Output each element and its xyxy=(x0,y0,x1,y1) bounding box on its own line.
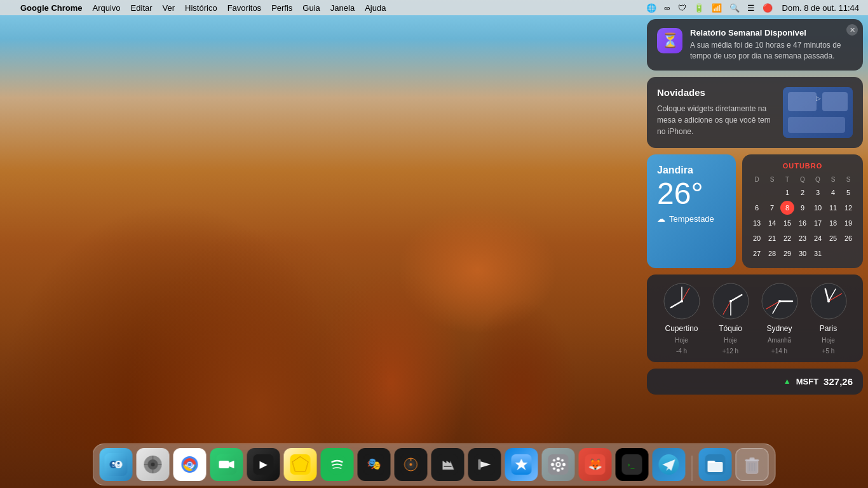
menu-arquivo[interactable]: Arquivo xyxy=(88,0,126,15)
cal-day-23[interactable]: 23 xyxy=(796,231,810,245)
menu-guia[interactable]: Guia xyxy=(297,0,325,15)
novidades-title: Novidades xyxy=(657,87,775,98)
cal-day-14[interactable]: 14 xyxy=(765,216,779,230)
dock-spotify[interactable] xyxy=(321,448,354,481)
menu-ajuda[interactable]: Ajuda xyxy=(360,0,391,15)
cal-day-1[interactable]: 1 xyxy=(780,186,794,200)
cal-day-18[interactable]: 18 xyxy=(826,216,840,230)
cal-day-22[interactable]: 22 xyxy=(780,231,794,245)
novidades-text: Novidades Coloque widgets diretamente na… xyxy=(657,87,775,138)
menubar: Google Chrome Arquivo Editar Ver Históri… xyxy=(0,0,868,15)
analog-clock-tokyo xyxy=(712,282,750,320)
cal-day-26[interactable]: 26 xyxy=(841,231,855,245)
logicpro-icon xyxy=(438,454,458,475)
wifi-icon[interactable]: 📶 xyxy=(710,3,724,13)
spotify-icon xyxy=(327,454,348,475)
cal-day-4[interactable]: 4 xyxy=(826,186,840,200)
dock-chrome[interactable] xyxy=(173,448,207,481)
cal-day-13[interactable]: 13 xyxy=(750,216,764,230)
dock-telegram[interactable] xyxy=(653,448,686,481)
svg-point-9 xyxy=(729,300,732,302)
app-name[interactable]: Google Chrome xyxy=(15,0,88,15)
cal-day-6[interactable]: 6 xyxy=(750,201,764,215)
cal-day-9[interactable]: 9 xyxy=(796,201,810,215)
menu-favoritos[interactable]: Favoritos xyxy=(222,0,266,15)
dock-sketch[interactable] xyxy=(284,448,317,481)
menu-editar[interactable]: Editar xyxy=(126,0,158,15)
cal-day-7[interactable]: 7 xyxy=(765,201,779,215)
cal-day-15[interactable]: 15 xyxy=(780,216,794,230)
globe-icon[interactable]: 🌐 xyxy=(644,3,658,13)
garageband-icon xyxy=(401,454,421,475)
facetime-icon xyxy=(217,454,237,475)
calendar-widget[interactable]: OUTUBRO D S T Q Q S S 1 2 3 4 xyxy=(742,154,863,268)
cal-day-3[interactable]: 3 xyxy=(811,186,825,200)
svg-point-70 xyxy=(553,468,555,470)
weather-condition: ☁ Tempestade xyxy=(657,214,726,224)
svg-text:🎭: 🎭 xyxy=(367,457,382,471)
dock-appletv[interactable]: ▶ xyxy=(247,448,280,481)
clock-tokyo: Tóquio Hoje +12 h xyxy=(712,282,750,355)
cal-day-16[interactable]: 16 xyxy=(796,216,810,230)
reeder-icon: 🦊 xyxy=(585,454,606,475)
dock-finalcut[interactable] xyxy=(468,448,501,481)
stock-up-arrow-icon: ▲ xyxy=(783,377,791,386)
menu-historico[interactable]: Histórico xyxy=(180,0,222,15)
cal-day-20[interactable]: 20 xyxy=(750,231,764,245)
svg-point-64 xyxy=(557,458,560,461)
dock-finder[interactable] xyxy=(100,448,133,481)
cal-day-19[interactable]: 19 xyxy=(841,216,855,230)
cal-day-8-today[interactable]: 8 xyxy=(780,201,794,215)
notifcenter-icon[interactable]: 🔴 xyxy=(761,3,775,13)
close-button[interactable]: ✕ xyxy=(846,24,858,36)
cal-day-24[interactable]: 24 xyxy=(811,231,825,245)
apple-menu[interactable] xyxy=(5,0,15,15)
screentime-text: Relatório Semanal Disponível A sua média… xyxy=(690,28,853,62)
svg-rect-78 xyxy=(708,462,723,472)
infinity-icon[interactable]: ∞ xyxy=(662,3,672,13)
menu-perfis[interactable]: Perfis xyxy=(266,0,297,15)
menu-ver[interactable]: Ver xyxy=(158,0,180,15)
telegram-icon xyxy=(659,454,679,475)
dock-garageband[interactable] xyxy=(395,448,428,481)
clocks-widget: Cupertino Hoje -4 h Tóquio Hoje +12 h xyxy=(647,274,863,362)
dock-appstore[interactable] xyxy=(505,448,538,481)
cal-day-5[interactable]: 5 xyxy=(841,186,855,200)
battery-icon[interactable]: 🔋 xyxy=(692,3,706,13)
shield-icon[interactable]: 🛡 xyxy=(676,3,688,13)
dock-trash[interactable] xyxy=(736,448,769,481)
cal-day-25[interactable]: 25 xyxy=(826,231,840,245)
dock-launchpad[interactable] xyxy=(137,448,170,481)
search-icon[interactable]: 🔍 xyxy=(728,3,742,13)
dock-facetime[interactable] xyxy=(210,448,243,481)
cal-header-tue: T xyxy=(780,175,794,184)
dock-logicpro[interactable] xyxy=(431,448,465,481)
svg-point-71 xyxy=(561,459,564,462)
menu-janela[interactable]: Janela xyxy=(325,0,360,15)
dock-mainstage[interactable]: 🎭 xyxy=(358,448,391,481)
weather-widget[interactable]: Jandira 26° ☁ Tempestade xyxy=(647,154,736,268)
dock-reeder[interactable]: 🦊 xyxy=(579,448,612,481)
cal-day-28[interactable]: 28 xyxy=(765,247,779,261)
cal-day-27[interactable]: 27 xyxy=(750,247,764,261)
weather-calendar-row: Jandira 26° ☁ Tempestade OUTUBRO D S T Q… xyxy=(647,154,863,268)
cal-day-12[interactable]: 12 xyxy=(841,201,855,215)
clock-sydney-sub1: Amanhã xyxy=(768,337,791,344)
screentime-icon: ⏳ xyxy=(657,28,682,53)
cal-day-2[interactable]: 2 xyxy=(796,186,810,200)
cal-day-10[interactable]: 10 xyxy=(811,201,825,215)
controlcenter-icon[interactable]: ☰ xyxy=(745,3,757,13)
dock-terminal[interactable]: ›_ xyxy=(616,448,649,481)
cal-day-29[interactable]: 29 xyxy=(780,247,794,261)
analog-clock-cupertino xyxy=(663,282,701,320)
dock-files[interactable] xyxy=(699,448,732,481)
clock-paris-city: Paris xyxy=(820,324,837,333)
cal-day-21[interactable]: 21 xyxy=(765,231,779,245)
cal-day-17[interactable]: 17 xyxy=(811,216,825,230)
cal-day-11[interactable]: 11 xyxy=(826,201,840,215)
svg-point-24 xyxy=(112,462,115,464)
cal-day-30[interactable]: 30 xyxy=(796,247,810,261)
dock-systemprefs[interactable] xyxy=(542,448,575,481)
cal-day-31[interactable]: 31 xyxy=(811,247,825,261)
stock-widget[interactable]: ▲ MSFT 327,26 xyxy=(647,369,863,395)
